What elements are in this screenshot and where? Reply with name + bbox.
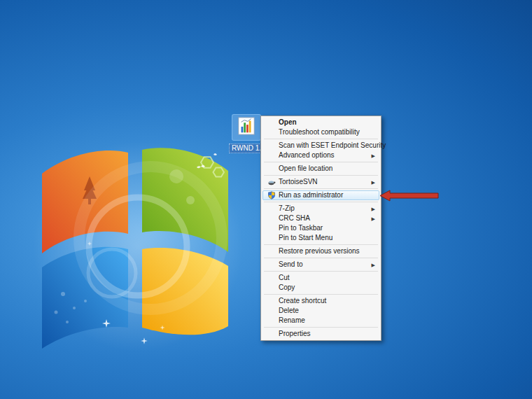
menu-separator (264, 139, 378, 139)
menu-item-label: 7-Zip (279, 204, 295, 213)
menu-icon-slot (265, 330, 279, 339)
desktop[interactable]: RWND 1.0 OpenTroubleshoot compatibilityS… (0, 0, 532, 399)
tortoisesvn-icon (265, 178, 279, 187)
menu-item-scan-with-eset-endpoint-security[interactable]: Scan with ESET Endpoint Security (262, 141, 379, 150)
menu-item-label: CRC SHA (279, 214, 310, 223)
menu-icon-slot (265, 151, 279, 160)
menu-icon-slot (265, 214, 279, 223)
menu-icon-slot (265, 141, 279, 150)
menu-item-label: Properties (279, 330, 311, 338)
menu-item-label: Open (279, 118, 297, 127)
menu-separator (264, 271, 378, 272)
menu-item-troubleshoot-compatibility[interactable]: Troubleshoot compatibility (262, 127, 379, 137)
menu-icon-slot (265, 164, 279, 174)
menu-item-delete[interactable]: Delete (262, 306, 379, 316)
menu-item-7-zip[interactable]: 7-Zip▶ (262, 204, 379, 214)
menu-item-open-file-location[interactable]: Open file location (262, 164, 379, 174)
icon-selection-box (232, 114, 261, 141)
bokeh (169, 169, 183, 183)
menu-item-create-shortcut[interactable]: Create shortcut (262, 296, 379, 306)
menu-item-label: TortoiseSVN (279, 178, 318, 186)
menu-item-label: Open file location (279, 164, 332, 173)
menu-separator (264, 175, 378, 176)
menu-separator (264, 202, 378, 202)
submenu-arrow-icon: ▶ (372, 262, 375, 268)
menu-icon-slot (265, 128, 279, 137)
menu-icon-slot (265, 204, 279, 214)
menu-separator (264, 244, 378, 245)
menu-item-label: Create shortcut (279, 297, 326, 305)
menu-separator (264, 188, 378, 189)
menu-separator (264, 294, 378, 295)
submenu-arrow-icon: ▶ (372, 206, 375, 212)
menu-item-restore-previous-versions[interactable]: Restore previous versions (262, 246, 379, 256)
menu-icon-slot (265, 224, 279, 233)
submenu-arrow-icon: ▶ (372, 180, 375, 186)
menu-icon-slot (265, 234, 279, 243)
submenu-arrow-icon: ▶ (372, 216, 375, 222)
menu-item-tortoisesvn[interactable]: TortoiseSVN▶ (262, 177, 379, 187)
rwnd-app-icon (235, 116, 258, 136)
menu-item-label: Troubleshoot compatibility (279, 128, 360, 136)
menu-icon-slot (265, 316, 279, 326)
menu-separator (264, 258, 378, 258)
menu-item-advanced-options[interactable]: Advanced options▶ (262, 150, 379, 160)
menu-item-crc-sha[interactable]: CRC SHA▶ (262, 214, 379, 223)
menu-icon-slot (265, 307, 279, 316)
bokeh (186, 196, 195, 204)
menu-separator (264, 327, 378, 328)
menu-separator (264, 162, 378, 162)
menu-icon-slot (265, 284, 279, 293)
desktop-icon-rwnd[interactable]: RWND 1.0 (229, 114, 264, 153)
menu-item-run-as-administrator[interactable]: Run as administrator (262, 190, 379, 200)
uac-shield-icon (265, 191, 279, 200)
menu-item-label: Advanced options (279, 151, 335, 160)
menu-item-cut[interactable]: Cut (262, 273, 379, 283)
menu-icon-slot (265, 118, 279, 127)
menu-item-label: Copy (279, 284, 295, 292)
menu-item-pin-to-start-menu[interactable]: Pin to Start Menu (262, 233, 379, 243)
menu-item-label: Cut (279, 274, 290, 282)
menu-icon-slot (265, 247, 279, 256)
submenu-arrow-icon: ▶ (372, 153, 375, 159)
menu-item-rename[interactable]: Rename (262, 316, 379, 326)
menu-item-label: Pin to Start Menu (279, 234, 332, 242)
menu-icon-slot (265, 260, 279, 270)
menu-item-send-to[interactable]: Send to▶ (262, 260, 379, 270)
context-menu: OpenTroubleshoot compatibilityScan with … (260, 115, 382, 341)
menu-item-pin-to-taskbar[interactable]: Pin to Taskbar (262, 223, 379, 233)
menu-item-label: Run as administrator (279, 191, 343, 200)
menu-item-open[interactable]: Open (262, 118, 379, 127)
menu-item-label: Pin to Taskbar (279, 224, 323, 232)
menu-icon-slot (265, 297, 279, 306)
menu-item-copy[interactable]: Copy (262, 283, 379, 293)
menu-item-label: Send to (279, 260, 302, 269)
menu-item-label: Scan with ESET Endpoint Security (279, 141, 386, 150)
menu-item-label: Delete (279, 307, 299, 315)
menu-item-properties[interactable]: Properties (262, 329, 379, 339)
menu-item-label: Rename (279, 316, 305, 325)
menu-icon-slot (265, 274, 279, 283)
menu-item-label: Restore previous versions (279, 247, 360, 255)
annotation-arrow-icon (379, 190, 440, 202)
